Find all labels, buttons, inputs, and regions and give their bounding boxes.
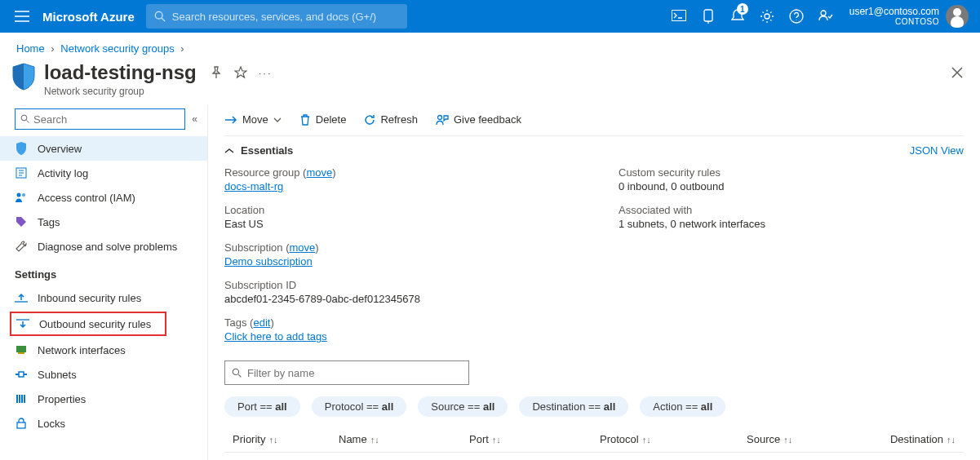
global-search-input[interactable] <box>172 11 399 23</box>
sort-icon: ↑↓ <box>268 435 277 445</box>
delete-label: Delete <box>316 113 347 126</box>
sidebar-item-outbound-rules[interactable]: Outbound security rules <box>10 312 166 336</box>
svg-rect-2 <box>704 10 712 21</box>
sidebar-item-label: Inbound security rules <box>38 292 141 304</box>
filter-input[interactable] <box>247 367 462 379</box>
sidebar-item-tags[interactable]: Tags <box>0 210 207 234</box>
svg-point-3 <box>765 14 769 19</box>
custom-rules-value: 0 inbound, 0 outbound <box>619 180 964 192</box>
essentials-header[interactable]: Essentials JSON View <box>224 135 964 160</box>
sidebar-item-label: Tags <box>38 216 60 228</box>
svg-rect-1 <box>672 11 685 21</box>
move-button[interactable]: Move <box>224 113 282 126</box>
svg-point-5 <box>821 11 826 15</box>
directories-icon[interactable] <box>694 0 722 33</box>
sidebar-item-label: Network interfaces <box>38 344 126 356</box>
sort-icon: ↑↓ <box>947 435 956 445</box>
edit-tags-link[interactable]: edit <box>253 316 270 329</box>
cloud-shell-icon[interactable] <box>665 0 693 33</box>
user-menu[interactable]: user1@contoso.com CONTOSO <box>840 5 973 28</box>
hamburger-icon[interactable] <box>7 11 38 22</box>
sort-icon: ↑↓ <box>783 435 792 445</box>
sidebar-item-label: Outbound security rules <box>39 318 151 330</box>
wrench-icon <box>15 240 28 253</box>
svg-point-8 <box>17 193 21 197</box>
breadcrumb: Home › Network security groups › <box>0 33 980 61</box>
resource-title-row: load-testing-nsg Network security group … <box>0 61 980 105</box>
pill-action[interactable]: Action == all <box>640 396 725 417</box>
notification-badge: 1 <box>737 3 748 15</box>
subscription-id-value: abcdef01-2345-6789-0abc-def012345678 <box>224 293 570 305</box>
subscription-id-label: Subscription ID <box>224 279 570 291</box>
associated-value: 1 subnets, 0 network interfaces <box>619 218 964 230</box>
sidebar-item-access-control[interactable]: Access control (IAM) <box>0 185 207 210</box>
sidebar-item-inbound-rules[interactable]: Inbound security rules <box>0 285 207 310</box>
search-icon <box>20 114 30 124</box>
shield-icon <box>15 142 28 155</box>
move-rg-link[interactable]: move <box>306 166 332 179</box>
collapse-sidebar-icon[interactable]: « <box>192 113 197 125</box>
subnet-icon <box>15 368 28 381</box>
svg-point-15 <box>233 369 238 374</box>
filter-pills: Port == all Protocol == all Source == al… <box>224 391 964 427</box>
sidebar-search[interactable] <box>15 108 185 130</box>
pill-destination[interactable]: Destination == all <box>519 396 628 417</box>
sidebar-item-properties[interactable]: Properties <box>0 387 207 411</box>
tag-icon <box>15 215 28 228</box>
breadcrumb-nsg[interactable]: Network security groups <box>60 42 174 55</box>
notifications-icon[interactable]: 1 <box>724 0 752 33</box>
sidebar-item-subnets[interactable]: Subnets <box>0 362 207 387</box>
sidebar-item-overview[interactable]: Overview <box>0 136 207 161</box>
resource-group-label: Resource group (move) <box>224 166 570 179</box>
resource-group-link[interactable]: docs-malt-rg <box>224 180 283 192</box>
refresh-button[interactable]: Refresh <box>364 113 418 126</box>
sidebar-item-locks[interactable]: Locks <box>0 411 207 436</box>
page-title: load-testing-nsg <box>44 61 197 84</box>
sidebar-item-diagnose[interactable]: Diagnose and solve problems <box>0 234 207 259</box>
more-icon[interactable]: ··· <box>259 67 273 79</box>
pill-protocol[interactable]: Protocol == all <box>312 396 407 417</box>
json-view-link[interactable]: JSON View <box>910 144 964 157</box>
top-icon-bar: 1 <box>665 0 840 33</box>
global-search[interactable] <box>146 4 407 29</box>
col-protocol[interactable]: Protocol↑↓ <box>600 433 747 445</box>
pill-source[interactable]: Source == all <box>418 396 508 417</box>
delete-button[interactable]: Delete <box>299 113 347 126</box>
feedback-icon[interactable] <box>812 0 840 33</box>
sidebar: « Overview Activity log Access control (… <box>0 105 208 460</box>
subscription-link[interactable]: Demo subscription <box>224 255 313 268</box>
resource-subtype: Network security group <box>44 86 197 97</box>
add-tags-link[interactable]: Click here to add tags <box>224 330 327 343</box>
col-name[interactable]: Name↑↓ <box>339 433 469 445</box>
sidebar-item-network-interfaces[interactable]: Network interfaces <box>0 338 207 362</box>
person-feedback-icon <box>436 114 449 126</box>
col-source[interactable]: Source↑↓ <box>747 433 877 445</box>
feedback-button[interactable]: Give feedback <box>436 113 521 126</box>
filter-by-name[interactable] <box>224 360 469 385</box>
svg-point-14 <box>437 115 441 119</box>
col-priority[interactable]: Priority↑↓ <box>224 433 339 445</box>
pill-port[interactable]: Port == all <box>224 396 300 417</box>
subscription-label: Subscription (move) <box>224 241 570 254</box>
move-sub-link[interactable]: move <box>290 241 316 254</box>
col-port[interactable]: Port↑↓ <box>469 433 600 445</box>
chevron-right-icon: › <box>51 42 54 55</box>
sidebar-item-activity-log[interactable]: Activity log <box>0 161 207 185</box>
inbound-section-toggle[interactable]: Inbound Security Rules <box>224 452 964 460</box>
svg-rect-11 <box>18 352 24 354</box>
log-icon <box>15 166 28 179</box>
svg-point-0 <box>155 11 162 19</box>
col-destination[interactable]: Destination↑↓ <box>877 433 964 445</box>
custom-rules-label: Custom security rules <box>619 166 964 179</box>
svg-rect-10 <box>16 346 26 352</box>
sort-icon: ↑↓ <box>370 435 379 445</box>
help-icon[interactable] <box>783 0 810 33</box>
associated-label: Associated with <box>619 204 964 216</box>
brand-label[interactable]: Microsoft Azure <box>38 10 146 24</box>
settings-icon[interactable] <box>753 0 781 33</box>
sidebar-search-input[interactable] <box>33 113 180 126</box>
star-icon[interactable] <box>234 66 247 79</box>
pin-icon[interactable] <box>210 66 223 79</box>
breadcrumb-home[interactable]: Home <box>16 42 45 55</box>
close-icon[interactable] <box>951 66 964 79</box>
